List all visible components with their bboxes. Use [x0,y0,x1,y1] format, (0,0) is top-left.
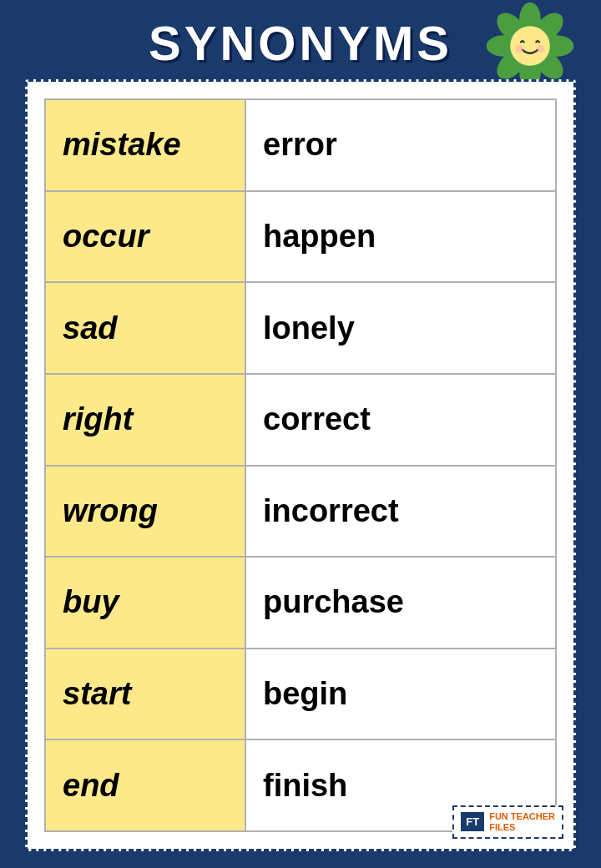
word-cell: sad [45,282,245,374]
main-card: mistakeerroroccurhappensadlonelyrightcor… [25,79,576,851]
synonym-cell: error [245,99,556,191]
table-row: wrongincorrect [45,466,556,558]
table-row: startbegin [45,648,556,740]
svg-point-8 [510,26,550,66]
word-cell: occur [45,191,245,283]
logo-badge: FT FUN TEACHER FILES [452,805,563,839]
word-cell: right [45,374,245,466]
word-cell: mistake [45,99,245,191]
synonym-cell: purchase [245,557,556,648]
table-row: buypurchase [45,557,556,648]
synonym-cell: happen [245,191,556,283]
word-cell: end [45,739,245,831]
flower-decoration [484,0,576,92]
svg-point-9 [516,45,523,53]
table-row: sadlonely [45,282,556,374]
logo-initials: FT [461,812,484,831]
synonym-cell: lonely [245,282,556,374]
logo-line2: FILES [489,822,555,833]
word-cell: wrong [45,466,245,558]
logo-text: FUN TEACHER FILES [489,811,555,833]
table-row: mistakeerror [45,99,556,191]
synonym-cell: correct [245,374,556,466]
table-row: rightcorrect [45,374,556,466]
table-row: occurhappen [45,191,556,283]
synonyms-table: mistakeerroroccurhappensadlonelyrightcor… [44,98,557,832]
synonym-cell: incorrect [245,466,556,558]
word-cell: buy [45,557,245,648]
synonym-cell: begin [245,648,556,740]
svg-point-10 [537,45,544,53]
word-cell: start [45,648,245,740]
logo-line1: FUN TEACHER [489,811,555,822]
title-area: SYNONYMS [0,0,601,79]
